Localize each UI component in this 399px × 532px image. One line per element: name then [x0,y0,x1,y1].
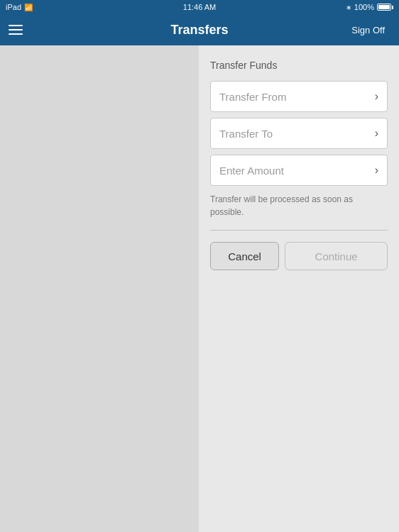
main-content: Transfer Funds Transfer From › Transfer … [0,45,399,532]
transfer-to-row[interactable]: Transfer To › [210,118,388,149]
status-bar: iPad 📶 11:46 AM ∗ 100% [0,0,399,14]
divider [210,230,388,231]
sign-off-button[interactable]: Sign Off [346,22,390,38]
nav-bar: Transfers Sign Off [0,14,399,45]
battery-fill [378,5,390,9]
section-title: Transfer Funds [210,60,388,71]
left-panel [0,45,199,532]
right-panel: Transfer Funds Transfer From › Transfer … [199,45,399,532]
transfer-to-chevron-icon: › [375,127,378,140]
battery-body [377,4,391,11]
enter-amount-label: Enter Amount [219,165,284,177]
battery-tip [392,6,393,9]
menu-line-2 [9,29,23,31]
menu-icon[interactable] [9,25,23,35]
status-bar-time: 11:46 AM [183,3,216,11]
button-row: Cancel Continue [210,242,388,270]
menu-line-3 [9,33,23,35]
continue-button[interactable]: Continue [285,242,388,270]
menu-line-1 [9,25,23,26]
bluetooth-icon: ∗ [346,4,351,11]
cancel-button[interactable]: Cancel [210,242,279,270]
battery-icon [377,4,393,11]
device-label: iPad [6,3,21,11]
nav-title: Transfers [170,23,228,38]
transfer-from-row[interactable]: Transfer From › [210,81,388,112]
enter-amount-chevron-icon: › [375,164,378,177]
transfer-to-label: Transfer To [219,128,273,140]
status-bar-left: iPad 📶 [6,3,33,11]
battery-percent: 100% [354,3,374,11]
transfer-from-chevron-icon: › [375,90,378,103]
info-text: Transfer will be processed as soon as po… [210,193,388,218]
transfer-from-label: Transfer From [219,91,286,103]
enter-amount-row[interactable]: Enter Amount › [210,155,388,186]
wifi-icon: 📶 [24,4,33,11]
status-bar-right: ∗ 100% [346,3,393,11]
